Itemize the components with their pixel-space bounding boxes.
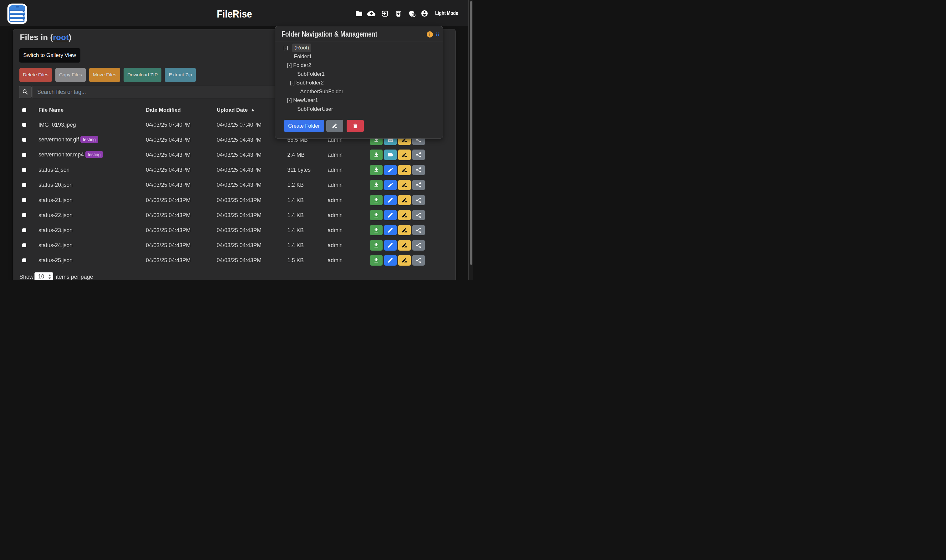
svg-text:FileRise: FileRise — [217, 8, 252, 20]
